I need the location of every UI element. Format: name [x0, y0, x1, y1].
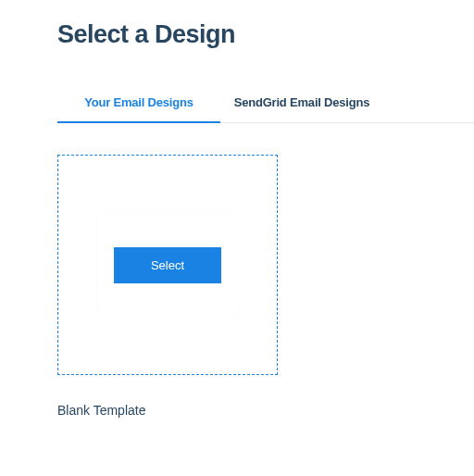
- select-button[interactable]: Select: [114, 247, 221, 283]
- template-name-label: Blank Template: [57, 403, 474, 418]
- page-title: Select a Design: [57, 20, 474, 49]
- tabs-container: Your Email Designs SendGrid Email Design…: [57, 84, 474, 123]
- template-card-blank[interactable]: Select: [57, 155, 278, 375]
- tab-sendgrid-email-designs[interactable]: SendGrid Email Designs: [220, 84, 383, 122]
- templates-content: Select Blank Template: [57, 123, 474, 418]
- template-preview: Select: [98, 214, 237, 316]
- tab-your-email-designs[interactable]: Your Email Designs: [57, 84, 220, 122]
